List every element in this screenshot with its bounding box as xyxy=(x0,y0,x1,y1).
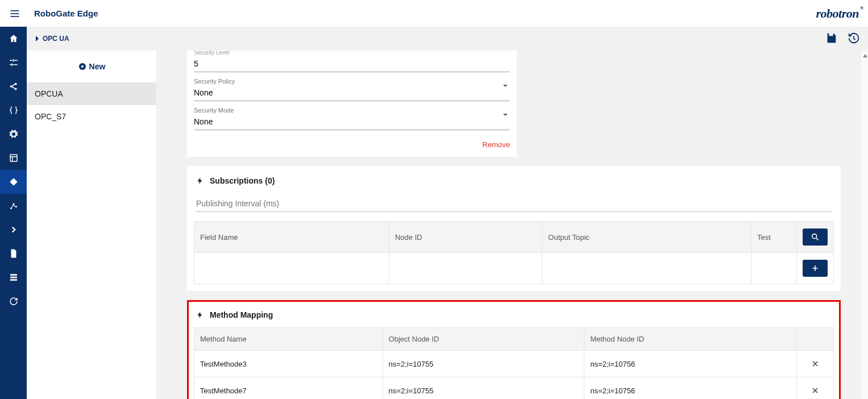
menu-toggle-icon[interactable] xyxy=(9,8,20,19)
svg-rect-2 xyxy=(11,16,19,17)
brand-logo: robotron® xyxy=(816,6,859,21)
svg-rect-1 xyxy=(11,13,19,14)
svg-rect-0 xyxy=(11,10,19,11)
app-title: RoboGate Edge xyxy=(34,9,98,18)
